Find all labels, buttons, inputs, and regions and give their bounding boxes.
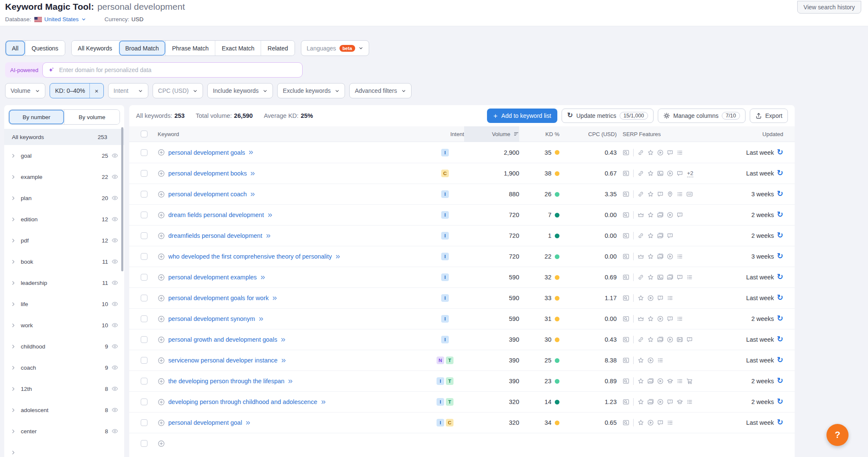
sidebar-group-pdf[interactable]: pdf12 [4, 230, 124, 251]
add-keyword-icon[interactable] [158, 191, 165, 198]
row-checkbox[interactable] [141, 149, 147, 156]
serp-preview-icon[interactable] [623, 253, 629, 260]
add-keyword-icon[interactable] [158, 315, 165, 323]
add-keyword-icon[interactable] [158, 295, 165, 302]
open-keyword-icon[interactable] [272, 295, 278, 301]
sidebar-group-edition[interactable]: edition12 [4, 209, 124, 230]
refresh-icon[interactable]: ↻ [777, 294, 783, 301]
open-keyword-icon[interactable] [260, 275, 266, 280]
refresh-icon[interactable]: ↻ [777, 335, 783, 343]
chevron-right-icon[interactable] [11, 175, 16, 179]
tab-all-keywords[interactable]: All Keywords [72, 41, 119, 56]
eye-icon[interactable] [111, 216, 118, 223]
serp-preview-icon[interactable] [623, 212, 629, 218]
eye-icon[interactable] [111, 173, 118, 180]
filter-exclude-keywords[interactable]: Exclude keywords [277, 83, 345, 98]
add-keyword-icon[interactable] [158, 357, 165, 364]
sidebar-scrollbar[interactable] [121, 127, 123, 271]
serp-preview-icon[interactable] [623, 398, 629, 405]
serp-more-badge[interactable]: +2 [687, 170, 693, 177]
chevron-right-icon[interactable] [11, 365, 16, 370]
header-cpc[interactable]: CPC (USD) [559, 131, 617, 137]
open-keyword-icon[interactable] [281, 358, 287, 363]
serp-preview-icon[interactable] [623, 357, 629, 364]
tab-exact-match[interactable]: Exact Match [215, 41, 261, 56]
keyword-link[interactable]: the developing person through the lifesp… [168, 378, 284, 385]
refresh-icon[interactable]: ↻ [777, 190, 783, 198]
eye-icon[interactable] [111, 237, 118, 244]
keyword-link[interactable]: personal development synonym [168, 315, 255, 322]
add-keyword-icon[interactable] [158, 274, 165, 281]
add-keyword-icon[interactable] [158, 149, 165, 156]
refresh-icon[interactable]: ↻ [777, 398, 783, 405]
filter-volume[interactable]: Volume [5, 83, 45, 98]
remove-filter-button[interactable]: × [90, 84, 103, 98]
serp-preview-icon[interactable] [623, 378, 629, 385]
eye-icon[interactable] [111, 364, 118, 371]
keyword-link[interactable]: personal development goal [168, 419, 242, 426]
header-keyword[interactable]: Keyword [158, 131, 426, 137]
eye-icon[interactable] [111, 152, 118, 159]
eye-icon[interactable] [111, 195, 118, 201]
eye-icon[interactable] [111, 301, 118, 307]
keyword-link[interactable]: personal development coach [168, 191, 247, 198]
refresh-icon[interactable]: ↻ [777, 169, 783, 177]
chevron-right-icon[interactable] [11, 302, 16, 307]
header-updated[interactable]: Updated [701, 131, 783, 137]
help-button[interactable]: ? [826, 424, 849, 446]
sidebar-all-keywords-row[interactable]: All keywords 253 [4, 129, 124, 145]
filter-include-keywords[interactable]: Include keywords [207, 83, 273, 98]
serp-preview-icon[interactable] [623, 232, 629, 239]
open-keyword-icon[interactable] [248, 150, 254, 155]
keyword-link[interactable]: developing person through childhood and … [168, 398, 317, 405]
chevron-right-icon[interactable] [11, 323, 16, 328]
manage-columns-button[interactable]: Manage columns 7/10 [658, 109, 746, 123]
serp-preview-icon[interactable] [623, 315, 629, 322]
chevron-right-icon[interactable] [11, 238, 16, 243]
sidebar-group-example[interactable]: example22 [4, 166, 124, 187]
keyword-link[interactable]: dream fields personal development [168, 212, 264, 218]
row-checkbox[interactable] [141, 170, 147, 177]
add-keyword-icon[interactable] [158, 419, 165, 426]
tab-questions[interactable]: Questions [25, 41, 65, 56]
header-intent[interactable]: Intent [426, 131, 464, 137]
chevron-right-icon[interactable] [11, 196, 16, 201]
row-checkbox[interactable] [141, 378, 147, 385]
eye-icon[interactable] [111, 258, 118, 265]
row-checkbox[interactable] [141, 295, 147, 301]
keyword-link[interactable]: personal development examples [168, 274, 257, 281]
add-to-keyword-list-button[interactable]: + Add to keyword list [487, 109, 557, 123]
tab-all[interactable]: All [6, 41, 25, 56]
add-keyword-icon[interactable] [158, 398, 165, 406]
domain-input[interactable] [58, 66, 297, 74]
chevron-right-icon[interactable] [11, 153, 16, 158]
open-keyword-icon[interactable] [245, 420, 251, 426]
refresh-icon[interactable]: ↻ [777, 211, 783, 218]
tab-related[interactable]: Related [261, 41, 294, 56]
add-keyword-icon[interactable] [158, 232, 165, 240]
sidebar-group-book[interactable]: book11 [4, 251, 124, 272]
row-checkbox[interactable] [141, 336, 147, 343]
refresh-icon[interactable]: ↻ [777, 418, 783, 426]
add-keyword-icon[interactable] [158, 170, 165, 177]
serp-preview-icon[interactable] [623, 191, 629, 198]
keyword-link[interactable]: dreamfields personal development [168, 232, 262, 239]
serp-preview-icon[interactable] [623, 295, 629, 301]
row-checkbox[interactable] [141, 315, 147, 322]
add-keyword-icon[interactable] [158, 378, 165, 385]
chevron-right-icon[interactable] [11, 429, 16, 434]
keyword-link[interactable]: who developed the first comprehensive th… [168, 253, 332, 260]
row-checkbox[interactable] [141, 440, 147, 447]
eye-icon[interactable] [111, 279, 118, 286]
sidebar-group-adolescent[interactable]: adolescent8 [4, 399, 124, 421]
eye-icon[interactable] [111, 428, 118, 435]
open-keyword-icon[interactable] [250, 171, 256, 176]
keyword-link[interactable]: personal development goals for work [168, 295, 269, 301]
open-keyword-icon[interactable] [281, 337, 286, 343]
tab-by-number[interactable]: By number [9, 110, 64, 124]
filter-advanced-filters[interactable]: Advanced filters [349, 83, 412, 98]
add-keyword-icon[interactable] [158, 212, 165, 219]
filter-kd-0-40[interactable]: KD: 0–40%× [50, 83, 104, 98]
serp-preview-icon[interactable] [623, 274, 629, 281]
database-selector[interactable]: United States [34, 16, 86, 22]
